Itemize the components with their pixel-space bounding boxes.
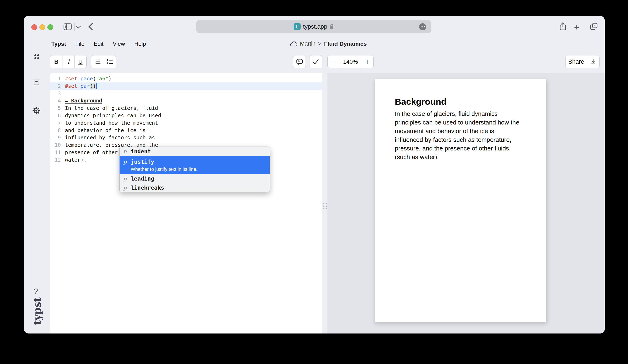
parameter-icon: p <box>123 159 128 165</box>
bullet-list-icon <box>94 59 101 65</box>
code-line-7[interactable]: to understand how the movement <box>50 119 322 127</box>
url-text: typst.app <box>303 23 327 30</box>
code-line-4[interactable]: = Background <box>50 97 322 104</box>
line-number-gutter: 123456789101112 <box>50 75 61 164</box>
code-line-6[interactable]: dynamics principles can be used <box>50 112 322 119</box>
preview-paragraph-line: principles can be used to understand how… <box>395 118 531 127</box>
code-line-1[interactable]: #set page("a6") <box>50 75 322 82</box>
browser-share-icon[interactable] <box>559 22 567 31</box>
menu-item-view[interactable]: View <box>113 41 125 47</box>
line-number: 12 <box>50 156 61 164</box>
line-number: 3 <box>50 90 61 97</box>
fullscreen-window-button[interactable] <box>47 24 53 30</box>
apps-grid-icon[interactable] <box>34 54 40 60</box>
underline-button[interactable]: U <box>75 56 86 68</box>
spellcheck-button[interactable] <box>310 56 322 68</box>
pane-splitter[interactable] <box>322 73 327 334</box>
typst-favicon: t <box>294 23 301 30</box>
autocomplete-popup: pindentpjustifyWhether to justify text i… <box>119 146 270 192</box>
download-button[interactable] <box>587 56 599 68</box>
italic-button[interactable]: I <box>62 56 74 68</box>
autocomplete-item-indent[interactable]: pindent <box>120 147 270 156</box>
line-number: 6 <box>50 112 61 119</box>
cloud-icon <box>290 41 297 47</box>
line-number: 9 <box>50 134 61 142</box>
numbered-list-button[interactable]: 1 2 <box>104 56 116 68</box>
menu-item-typst[interactable]: Typst <box>51 41 66 47</box>
preview-paragraph-line: pressure, and the presence of other flui… <box>395 144 531 153</box>
zoom-level-value[interactable]: 140% <box>340 56 361 68</box>
menu-item-help[interactable]: Help <box>134 41 146 47</box>
chrome-divider <box>74 23 75 31</box>
comments-button[interactable] <box>293 56 306 68</box>
autocomplete-label: linebreaks <box>131 184 164 191</box>
autocomplete-label: justify <box>131 158 154 165</box>
preview-heading: Background <box>395 97 447 107</box>
preview-pane: Background In the case of glaciers, flui… <box>327 73 605 334</box>
minimize-window-button[interactable] <box>39 24 45 30</box>
address-bar[interactable]: t typst.app <box>196 20 431 33</box>
code-line-2[interactable]: #set par() <box>50 82 322 90</box>
parameter-icon: p <box>123 185 128 191</box>
preview-paragraph-line: In the case of glaciers, fluid dynamics <box>395 109 531 118</box>
line-number: 11 <box>50 149 61 156</box>
menu-item-edit[interactable]: Edit <box>94 41 103 47</box>
preview-paragraph-line: movement and behavior of the ice is <box>395 127 531 136</box>
browser-window: t typst.app + TypstFileEditViewHelp Mart… <box>24 16 605 334</box>
autocomplete-label: leading <box>131 175 154 182</box>
help-button[interactable]: ? <box>34 287 38 296</box>
autocomplete-item-leading[interactable]: pleading <box>120 174 270 183</box>
autocomplete-item-linebreaks[interactable]: plinebreaks <box>120 183 270 192</box>
lock-icon <box>330 24 334 29</box>
code-line-3[interactable] <box>50 90 322 97</box>
settings-gear-icon[interactable] <box>32 107 40 115</box>
svg-text:1: 1 <box>107 59 108 62</box>
numbered-list-icon: 1 2 <box>107 59 113 65</box>
autocomplete-description: Whether to justify text in its line. <box>131 166 266 174</box>
tab-overview-icon[interactable] <box>590 22 598 30</box>
bold-button[interactable]: B <box>50 56 62 68</box>
drag-handle-icon[interactable] <box>323 203 327 209</box>
code-line-9[interactable]: influenced by factors such as <box>50 134 322 142</box>
line-number: 10 <box>50 142 61 149</box>
code-editor[interactable]: #set page("a6")#set par()= BackgroundIn … <box>50 73 322 334</box>
typst-logo: typst <box>31 297 43 325</box>
breadcrumb-workspace[interactable]: Martin <box>300 41 315 47</box>
parameter-icon: p <box>123 148 128 154</box>
zoom-in-button[interactable]: + <box>361 56 373 68</box>
text-caret <box>96 83 97 89</box>
bullet-list-button[interactable] <box>91 56 104 68</box>
files-tray-icon[interactable] <box>33 79 40 85</box>
zoom-out-button[interactable]: − <box>328 56 340 68</box>
menu-item-file[interactable]: File <box>75 41 84 47</box>
preview-paragraph: In the case of glaciers, fluid dynamicsp… <box>395 109 531 161</box>
line-number: 8 <box>50 127 61 134</box>
autocomplete-label: indent <box>131 148 151 154</box>
new-tab-icon[interactable]: + <box>574 22 579 32</box>
chevron-down-icon[interactable] <box>76 26 81 29</box>
line-number: 2 <box>50 82 61 90</box>
gutter-divider <box>63 73 63 334</box>
download-icon <box>590 59 596 65</box>
parameter-icon: p <box>123 176 128 182</box>
code-line-5[interactable]: In the case of glaciers, fluid <box>50 104 322 112</box>
back-button-icon[interactable] <box>88 23 93 30</box>
autocomplete-item-justify[interactable]: pjustifyWhether to justify text in its l… <box>120 156 270 174</box>
close-window-button[interactable] <box>31 24 37 30</box>
preview-paragraph-line: influenced by factors such as temperatur… <box>395 136 531 144</box>
sidebar-toggle-icon[interactable] <box>64 23 72 30</box>
breadcrumb-document[interactable]: Fluid Dynamics <box>324 41 367 47</box>
line-number: 7 <box>50 119 61 127</box>
share-button[interactable]: Share <box>565 56 587 68</box>
line-number: 5 <box>50 104 61 112</box>
comment-bubble-icon <box>296 59 303 65</box>
preview-page: Background In the case of glaciers, flui… <box>375 79 546 322</box>
breadcrumb: Martin > Fluid Dynamics <box>290 39 367 48</box>
page-settings-icon[interactable] <box>419 23 426 30</box>
breadcrumb-separator: > <box>318 41 321 47</box>
checkmark-icon <box>312 59 319 65</box>
svg-text:2: 2 <box>107 62 108 65</box>
line-number: 4 <box>50 97 61 104</box>
code-line-8[interactable]: and behavior of the ice is <box>50 127 322 134</box>
menu-bar: TypstFileEditViewHelp <box>51 39 146 48</box>
